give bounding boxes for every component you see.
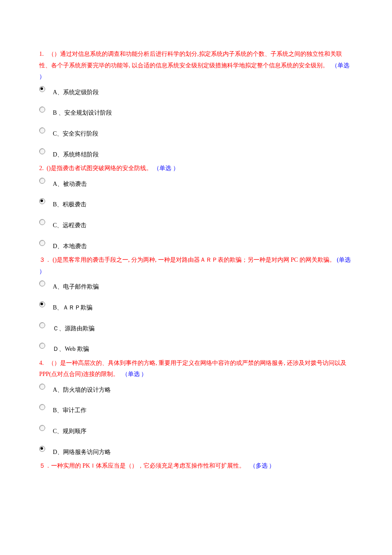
question-5: ５．一种实用的 PKＩ体系应当是（），它必须充足考虑互操作性和可扩展性。 （多选…: [39, 460, 353, 472]
question-1-option-d[interactable]: D、系统终结阶段: [39, 147, 353, 161]
option-label: Ｄ、Web 欺骗: [53, 342, 89, 355]
radio-icon[interactable]: [39, 280, 45, 286]
option-label: A、电子邮件欺骗: [53, 280, 99, 293]
question-number: 2. ()是指袭击者试图突破网络的安全防线。 （单选 ）: [39, 165, 179, 171]
option-label: B、ＡＲＰ欺骗: [53, 301, 92, 314]
question-type-label: （单选 ）: [153, 165, 179, 171]
radio-icon[interactable]: [39, 425, 45, 431]
question-body: （）通过对信息系统的调查和功能分析后进行科学的划分,拟定系统内子系统的个数、子系…: [39, 51, 342, 69]
question-4: 4. （）是一种高层次的、具体到事件的方略, 重要用于定义在网络中容许的或严禁的…: [39, 358, 353, 380]
question-type-label: （单选 ）: [122, 371, 147, 377]
question-number: 4. （）是一种高层次的、具体到事件的方略, 重要用于定义在网络中容许的或严禁的…: [39, 360, 346, 378]
question-body: （）是一种高层次的、具体到事件的方略, 重要用于定义在网络中容许的或严禁的网络服…: [39, 360, 346, 378]
question-1-option-b[interactable]: B 、安全规划设计阶段: [39, 106, 353, 119]
question-1-option-a[interactable]: A、系统定级阶段: [39, 85, 353, 98]
question-1: 1. （）通过对信息系统的调查和功能分析后进行科学的划分,拟定系统内子系统的个数…: [39, 49, 353, 83]
page-container: 1. （）通过对信息系统的调查和功能分析后进行科学的划分,拟定系统内子系统的个数…: [0, 0, 392, 555]
question-4-option-d[interactable]: D、网络服务访问方略: [39, 445, 353, 458]
question-2-option-a[interactable]: A、被动袭击: [39, 177, 353, 190]
question-4-option-c[interactable]: C、规则顺序: [39, 424, 353, 437]
option-label: B 、安全规划设计阶段: [53, 106, 112, 119]
question-3-option-b[interactable]: B、ＡＲＰ欺骗: [39, 301, 353, 314]
radio-icon[interactable]: [39, 219, 45, 225]
radio-icon[interactable]: [39, 198, 45, 204]
question-2-option-d[interactable]: D、本地袭击: [39, 239, 353, 252]
radio-icon[interactable]: [39, 301, 45, 307]
question-3-option-d[interactable]: Ｄ、Web 欺骗: [39, 342, 353, 355]
question-4-option-b[interactable]: B、审计工作: [39, 403, 353, 416]
radio-icon[interactable]: [39, 404, 45, 410]
question-2-option-c[interactable]: C、远程袭击: [39, 218, 353, 231]
radio-icon[interactable]: [39, 148, 45, 154]
option-label: D、本地袭击: [53, 239, 87, 252]
question-number: ３． ()是黑客常用的袭击手段之一, 分为两种, 一种是对路由器ＡＲＰ表的欺骗；…: [39, 257, 351, 275]
radio-icon[interactable]: [39, 127, 45, 133]
option-label: Ｃ、源路由欺骗: [53, 321, 95, 335]
question-body: 一种实用的 PKＩ体系应当是（），它必须充足考虑互操作性和可扩展性。: [51, 462, 245, 469]
radio-icon[interactable]: [39, 322, 45, 328]
radio-icon[interactable]: [39, 86, 45, 92]
question-number: 1. （）通过对信息系统的调查和功能分析后进行科学的划分,拟定系统内子系统的个数…: [39, 51, 349, 80]
question-3: ３． ()是黑客常用的袭击手段之一, 分为两种, 一种是对路由器ＡＲＰ表的欺骗；…: [39, 254, 353, 277]
radio-icon[interactable]: [39, 107, 45, 113]
question-4-option-a[interactable]: A、防火墙的设计方略: [39, 383, 353, 396]
question-number: ５．一种实用的 PKＩ体系应当是（），它必须充足考虑互操作性和可扩展性。 （多选…: [39, 462, 275, 469]
question-3-option-c[interactable]: Ｃ、源路由欺骗: [39, 321, 353, 335]
option-label: B、积极袭击: [53, 197, 86, 211]
radio-icon[interactable]: [39, 384, 45, 390]
option-label: B、审计工作: [53, 403, 86, 416]
question-2-option-b[interactable]: B、积极袭击: [39, 197, 353, 211]
question-body: ()是黑客常用的袭击手段之一, 分为两种, 一种是对路由器ＡＲＰ表的欺骗；另一种…: [53, 257, 335, 263]
question-2: 2. ()是指袭击者试图突破网络的安全防线。 （单选 ）: [39, 163, 353, 174]
option-label: A、防火墙的设计方略: [53, 383, 111, 396]
option-label: C、安全实行阶段: [53, 127, 98, 140]
radio-icon[interactable]: [39, 446, 45, 452]
option-label: D、系统终结阶段: [53, 147, 99, 161]
radio-icon[interactable]: [39, 343, 45, 349]
option-label: D、网络服务访问方略: [53, 445, 111, 458]
question-1-option-c[interactable]: C、安全实行阶段: [39, 127, 353, 140]
question-body: ()是指袭击者试图突破网络的安全防线。: [47, 165, 152, 171]
radio-icon[interactable]: [39, 240, 45, 246]
option-label: A、被动袭击: [53, 177, 87, 190]
question-type-label: （多选 ）: [250, 462, 275, 469]
option-label: C、规则顺序: [53, 424, 86, 437]
option-label: A、系统定级阶段: [53, 85, 99, 98]
radio-icon[interactable]: [39, 178, 45, 184]
option-label: C、远程袭击: [53, 218, 86, 231]
question-3-option-a[interactable]: A、电子邮件欺骗: [39, 280, 353, 293]
